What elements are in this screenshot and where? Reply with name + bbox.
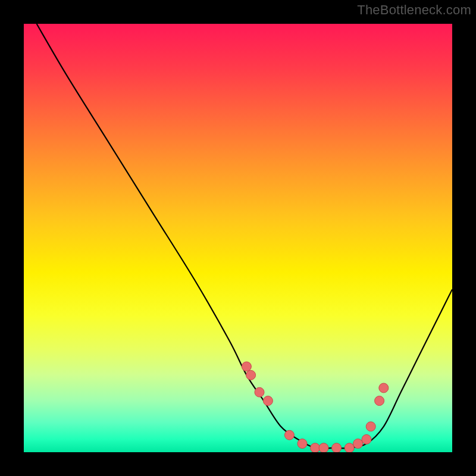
chart-plot-area (24, 24, 452, 452)
scatter-dot (255, 387, 264, 397)
scatter-dot (284, 430, 294, 440)
scatter-dot (353, 439, 363, 449)
scatter-dot (298, 439, 307, 449)
scatter-dot (332, 443, 342, 452)
scatter-dot (375, 396, 384, 406)
bottleneck-curve (37, 24, 452, 449)
scatter-dot (263, 396, 273, 406)
scatter-dot (242, 362, 251, 371)
scatter-group (242, 362, 388, 452)
scatter-dot (345, 443, 354, 452)
scatter-dot (362, 434, 371, 444)
scatter-dot (366, 422, 375, 431)
chart-overlay (24, 24, 452, 452)
scatter-dot (379, 383, 389, 393)
scatter-dot (319, 443, 328, 452)
scatter-dot (246, 370, 256, 380)
scatter-dot (311, 443, 320, 452)
watermark-text: TheBottleneck.com (357, 2, 471, 18)
